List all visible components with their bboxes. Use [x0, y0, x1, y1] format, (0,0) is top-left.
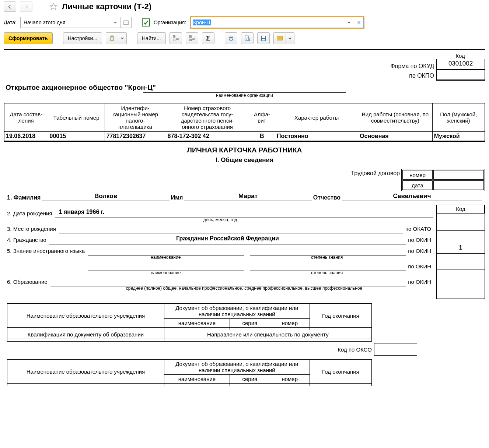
lang-level-1	[250, 246, 406, 255]
kod2-header: Код	[437, 205, 485, 213]
org-dropdown-button[interactable]	[344, 17, 354, 28]
contract-num-value	[433, 170, 484, 180]
edu-col-inst: Наименование образовательного учреждения	[7, 304, 164, 328]
generate-button[interactable]: Сформировать	[4, 32, 53, 44]
pob-label: 3. Место рождения	[7, 226, 59, 233]
contract-label: Трудовой договор	[351, 169, 401, 191]
svg-text:abc: abc	[192, 37, 195, 40]
org-filter-checkbox[interactable]	[142, 18, 150, 27]
email-button[interactable]	[273, 32, 286, 44]
education-table-1: Наименование образовательного учреждения…	[7, 303, 372, 342]
dob-code	[437, 213, 485, 230]
org-input[interactable]: Крон-Ц	[190, 16, 364, 29]
edu-sub-number: номер	[270, 319, 310, 328]
section-title: I. Общие сведения	[4, 156, 485, 164]
edu-sub-series: серия	[230, 319, 270, 328]
date-value: Начало этого дня	[21, 17, 110, 28]
okso-value	[374, 343, 417, 356]
svg-rect-7	[111, 36, 113, 37]
paste-dropdown[interactable]	[118, 32, 127, 44]
cit-value: Гражданин Российской Федерации	[49, 235, 406, 244]
val-snils: 878-172-302 42	[166, 132, 249, 141]
edu-value	[50, 277, 406, 286]
back-button[interactable]	[4, 1, 16, 12]
forward-button[interactable]	[20, 1, 32, 12]
cit-code: 1	[437, 242, 485, 253]
okud-label: Форма по ОКУД	[390, 61, 436, 71]
paste-button[interactable]	[106, 32, 118, 44]
pob-right: по ОКАТО	[403, 226, 433, 233]
value-patronymic: Савельевич	[342, 193, 482, 201]
val-alpha: В	[249, 132, 275, 141]
edu-qual-label: Квалификация по документу об образовании	[7, 330, 164, 339]
find-button[interactable]: Найти...	[137, 32, 166, 44]
dob-sub: день, месяц, год	[7, 217, 433, 222]
edu-col-doc: Документ об образовании, о квалификации …	[164, 304, 310, 319]
val-tabnum: 00015	[48, 132, 105, 141]
date-input[interactable]: Начало этого дня	[20, 17, 132, 28]
sum-button[interactable]: Σ	[202, 32, 214, 44]
val-sex: Мужской	[432, 132, 485, 141]
settings-button[interactable]: Настройки...	[63, 32, 102, 44]
edu-label: 6. Образование	[7, 279, 50, 286]
col-snils: Номер страхового свидетельства госу- дар…	[166, 103, 249, 132]
date-dropdown-button[interactable]	[110, 17, 120, 28]
svg-rect-27	[262, 36, 265, 38]
email-dropdown[interactable]	[286, 32, 294, 44]
label-patronymic: Отчество	[313, 194, 340, 201]
lang2-code	[437, 269, 485, 285]
val-inn: 778172302637	[105, 132, 166, 141]
calendar-button[interactable]	[120, 17, 131, 28]
value-surname: Волков	[42, 193, 169, 201]
svg-text:abc: abc	[176, 37, 179, 40]
cit-right: по ОКИН	[406, 237, 433, 244]
lang-okin-2: по ОКИН	[406, 263, 433, 271]
col-tabnum: Табельный номер	[48, 103, 105, 132]
svg-rect-21	[230, 36, 232, 38]
val-date: 19.06.2018	[4, 132, 48, 141]
print-button[interactable]	[225, 32, 237, 44]
education-table-2: Наименование образовательного учреждения…	[7, 359, 372, 386]
val-char: Постоянно	[275, 132, 358, 141]
org-value: Крон-Ц	[191, 17, 344, 28]
contract-num-label: номер	[402, 170, 433, 180]
label-surname: 1. Фамилия	[7, 194, 41, 201]
save-button[interactable]	[257, 32, 270, 44]
svg-rect-28	[262, 39, 265, 41]
dob-label: 2. Дата рождения	[7, 210, 55, 218]
lang-okin-1: по ОКИН	[406, 248, 433, 255]
org-full-name: Открытое акционерное общество "Крон-Ц"	[6, 84, 483, 92]
favorite-star-icon[interactable]	[49, 2, 58, 11]
pob-code	[437, 230, 485, 242]
edu-col-year: Год окончания	[310, 304, 371, 328]
value-name: Марат	[184, 193, 311, 201]
col-worktype: Вид работы (основная, по совместительств…	[358, 103, 433, 132]
col-date: Дата состав- ления	[4, 103, 48, 132]
okpo-label: по ОКПО	[390, 71, 436, 81]
pob-value	[59, 224, 403, 233]
dob-value: 1 января 1966 г.	[55, 209, 434, 218]
val-worktype: Основная	[358, 132, 433, 141]
col-alpha: Алфа- вит	[249, 103, 275, 132]
contract-date-label: дата	[402, 180, 433, 190]
cit-label: 4. Гражданство	[7, 237, 49, 244]
report-area: Форма по ОКУД по ОКПО Код 0301002 Открыт…	[4, 49, 485, 390]
contract-date-value	[433, 180, 484, 190]
edu-code	[437, 285, 485, 299]
preview-button[interactable]	[241, 32, 254, 44]
svg-rect-22	[230, 39, 232, 41]
edu-okin: по ОКИН	[406, 279, 433, 286]
collapse-group-button[interactable]: abc	[186, 32, 198, 44]
svg-line-25	[249, 40, 250, 41]
lang-sub-level: степень знания	[249, 255, 405, 260]
okso-label: Код по ОКСО	[338, 346, 374, 353]
kod-header: Код	[436, 53, 484, 59]
edu-note: среднее (полное) общее, начальное профес…	[7, 286, 433, 291]
main-header-table: Дата состав- ления Табельный номер Идент…	[4, 103, 485, 142]
card-title: ЛИЧНАЯ КАРТОЧКА РАБОТНИКА	[4, 146, 485, 154]
col-char: Характер работы	[275, 103, 358, 132]
label-name: Имя	[171, 194, 183, 201]
org-clear-button[interactable]	[354, 17, 364, 28]
svg-rect-0	[124, 21, 128, 25]
expand-group-button[interactable]: abc	[170, 32, 182, 44]
